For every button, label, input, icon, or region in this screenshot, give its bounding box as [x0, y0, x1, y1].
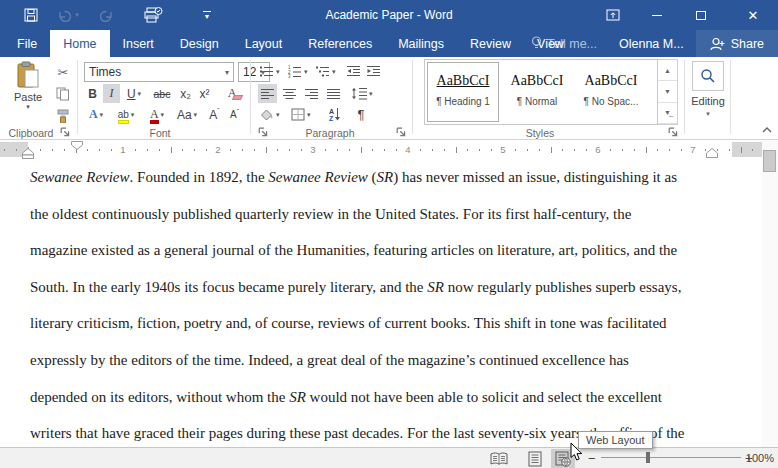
account-button[interactable]: Olenna M...: [607, 30, 696, 57]
ruler-tick: [420, 149, 421, 151]
zoom-out-button[interactable]: −: [588, 448, 596, 468]
zoom-slider-track[interactable]: [601, 457, 741, 458]
tab-layout[interactable]: Layout: [232, 30, 296, 57]
undo-button[interactable]: ▾: [56, 4, 80, 26]
print-layout-icon: [528, 451, 542, 467]
shading-button[interactable]: [258, 105, 281, 124]
paragraph-dialog-launcher[interactable]: [396, 127, 407, 138]
style-card-1[interactable]: AaBbCcI¶ Normal: [501, 62, 573, 122]
web-layout-button[interactable]: [551, 449, 575, 468]
bullets-button[interactable]: [258, 62, 281, 81]
styles-scroll-up-button[interactable]: ▲: [658, 60, 677, 81]
style-card-0[interactable]: AaBbCcI¶ Heading 1: [427, 62, 499, 122]
scrollbar-thumb[interactable]: [763, 150, 776, 172]
increase-indent-button[interactable]: [364, 62, 382, 81]
customize-qat-button[interactable]: ▼: [198, 4, 216, 26]
editing-button[interactable]: Editing ▾: [690, 61, 726, 123]
tab-home[interactable]: Home: [50, 30, 109, 57]
bold-button[interactable]: B: [84, 84, 101, 103]
ruler-number: 6: [595, 144, 600, 155]
styles-scroll-down-button[interactable]: ▼: [658, 81, 677, 102]
minimize-button[interactable]: [640, 0, 674, 30]
font-dialog-launcher[interactable]: [258, 127, 269, 138]
ruler-tick: [551, 147, 552, 153]
share-button[interactable]: Share: [696, 30, 778, 57]
ruler-tick: [242, 149, 243, 151]
numbering-button[interactable]: 123: [286, 62, 309, 81]
shrink-font-button[interactable]: Aˇ: [226, 105, 243, 124]
tell-me-button[interactable]: Tell me...: [521, 30, 607, 57]
save-icon: [24, 8, 38, 22]
ruler-tick: [444, 149, 445, 151]
maximize-button[interactable]: [684, 0, 718, 30]
font-name-combobox[interactable]: Times: [84, 62, 234, 82]
editing-dropdown-icon: ▾: [706, 110, 710, 118]
change-case-button[interactable]: Aa: [174, 105, 200, 124]
justify-button[interactable]: [324, 84, 343, 103]
undo-dropdown-icon: ▾: [75, 11, 79, 19]
vertical-scrollbar[interactable]: [762, 140, 778, 447]
decrease-indent-button[interactable]: [344, 62, 362, 81]
tab-insert[interactable]: Insert: [110, 30, 167, 57]
style-card-2[interactable]: AaBbCcI¶ No Spac...: [575, 62, 647, 122]
font-color-button[interactable]: A: [144, 105, 170, 124]
tab-mailings[interactable]: Mailings: [385, 30, 457, 57]
collapse-ribbon-button[interactable]: [758, 123, 776, 137]
show-hide-pilcrow-button[interactable]: ¶: [352, 105, 370, 124]
ruler-tick: [586, 149, 587, 151]
bullets-icon: [259, 65, 274, 78]
read-mode-button[interactable]: [487, 449, 511, 468]
print-preview-button[interactable]: [140, 4, 166, 26]
superscript-button[interactable]: x²: [196, 84, 213, 103]
styles-dialog-launcher[interactable]: [668, 127, 679, 138]
underline-button[interactable]: U: [122, 84, 146, 103]
tab-file[interactable]: File: [4, 30, 50, 57]
paste-button[interactable]: Paste ▾: [6, 61, 50, 127]
right-indent-marker[interactable]: [706, 148, 718, 158]
clear-formatting-button[interactable]: A: [222, 84, 248, 103]
document-area[interactable]: Sewanee Review. Founded in 1892, the Sew…: [0, 159, 762, 447]
up-caret-icon: ▲: [664, 67, 671, 74]
ruler-tick: [515, 149, 516, 151]
text-effects-button[interactable]: A: [84, 105, 108, 124]
highlight-color-button[interactable]: ab: [112, 105, 140, 124]
sort-button[interactable]: AZ: [324, 105, 346, 124]
align-center-button[interactable]: [280, 84, 299, 103]
redo-button[interactable]: [98, 4, 116, 26]
save-button[interactable]: [22, 4, 40, 26]
ruler-tick: [384, 149, 385, 151]
ribbon-display-options-button[interactable]: [596, 0, 630, 30]
shrink-font-label: A: [230, 109, 237, 120]
line-spacing-button[interactable]: [350, 84, 374, 103]
more-styles-icon: ▼̲: [664, 109, 671, 116]
styles-more-button[interactable]: ▼̲: [658, 103, 677, 124]
align-left-button[interactable]: [258, 84, 277, 103]
highlight-label: ab: [118, 109, 129, 120]
tab-references[interactable]: References: [295, 30, 385, 57]
clipboard-dialog-launcher[interactable]: [60, 127, 71, 138]
align-right-button[interactable]: [302, 84, 321, 103]
borders-button[interactable]: [290, 105, 312, 124]
ruler-number: 5: [500, 144, 505, 155]
print-layout-button[interactable]: [523, 449, 547, 468]
format-painter-button[interactable]: [52, 106, 74, 126]
grow-font-button[interactable]: Aˆ: [206, 105, 223, 124]
font-color-label: A: [150, 109, 159, 120]
horizontal-ruler[interactable]: 1234567: [0, 140, 762, 159]
italic-button[interactable]: I: [103, 84, 120, 103]
web-layout-icon: [555, 451, 571, 467]
font-color-swatch: [150, 120, 159, 124]
close-button[interactable]: ✕: [736, 0, 770, 30]
cut-button[interactable]: ✂: [52, 62, 74, 82]
first-line-indent-marker[interactable]: [71, 141, 83, 150]
copy-button[interactable]: [52, 84, 74, 104]
zoom-slider-handle[interactable]: [646, 452, 650, 463]
tab-review[interactable]: Review: [457, 30, 524, 57]
italic-label: I: [110, 86, 114, 101]
strikethrough-button[interactable]: abc: [150, 84, 174, 103]
web-layout-tooltip: Web Layout: [578, 431, 653, 449]
subscript-button[interactable]: x₂: [177, 84, 194, 103]
multilevel-list-button[interactable]: [314, 62, 337, 81]
left-indent-marker[interactable]: [22, 148, 34, 159]
tab-design[interactable]: Design: [167, 30, 232, 57]
